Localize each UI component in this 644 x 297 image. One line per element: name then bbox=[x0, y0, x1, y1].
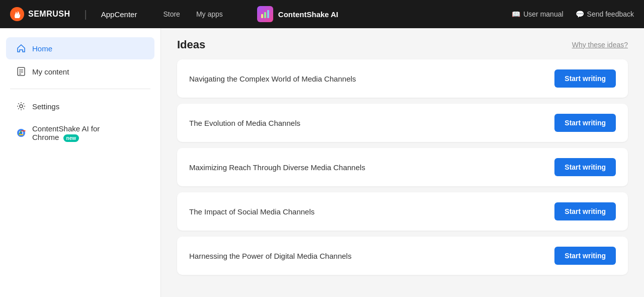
sidebar-divider bbox=[10, 89, 150, 89]
my-content-label: My content bbox=[32, 67, 69, 76]
sidebar-item-home[interactable]: Home bbox=[6, 37, 154, 59]
brand-divider: | bbox=[85, 9, 87, 20]
semrush-logo: SEMRUSH bbox=[10, 7, 70, 21]
ideas-header: Ideas Why these ideas? bbox=[177, 38, 628, 51]
idea-text-1: The Evolution of Media Channels bbox=[189, 119, 300, 127]
new-badge: new bbox=[63, 134, 79, 142]
chrome-icon bbox=[16, 128, 26, 138]
idea-card-2: Maximizing Reach Through Diverse Media C… bbox=[177, 148, 628, 186]
sidebar-item-my-content[interactable]: My content bbox=[6, 60, 154, 83]
ideas-title: Ideas bbox=[177, 38, 205, 51]
topbar-app: ContentShake AI bbox=[249, 3, 346, 25]
content-icon bbox=[16, 66, 26, 77]
topbar-right: 📖 User manual 💬 Send feedback bbox=[512, 10, 634, 18]
why-these-ideas-link[interactable]: Why these ideas? bbox=[572, 41, 628, 49]
user-manual-link[interactable]: 📖 User manual bbox=[512, 10, 563, 18]
idea-card-4: Harnessing the Power of Digital Media Ch… bbox=[177, 237, 628, 275]
start-writing-button-0[interactable]: Start writing bbox=[554, 69, 616, 88]
nav-my-apps[interactable]: My apps bbox=[190, 7, 229, 21]
topbar-nav: Store My apps bbox=[157, 7, 228, 21]
sidebar: Home My content Settings bbox=[0, 28, 161, 297]
start-writing-button-1[interactable]: Start writing bbox=[554, 114, 616, 132]
nav-store[interactable]: Store bbox=[157, 7, 186, 21]
idea-text-2: Maximizing Reach Through Diverse Media C… bbox=[189, 163, 365, 172]
settings-icon bbox=[16, 101, 26, 111]
idea-text-3: The Impact of Social Media Channels bbox=[189, 207, 314, 216]
idea-text-0: Navigating the Complex World of Media Ch… bbox=[189, 75, 356, 83]
idea-card-3: The Impact of Social Media Channels Star… bbox=[177, 192, 628, 231]
start-writing-button-4[interactable]: Start writing bbox=[554, 247, 616, 265]
idea-card-0: Navigating the Complex World of Media Ch… bbox=[177, 59, 628, 98]
svg-rect-1 bbox=[261, 14, 263, 18]
home-label: Home bbox=[32, 44, 52, 53]
feedback-icon: 💬 bbox=[576, 10, 584, 18]
sidebar-item-settings[interactable]: Settings bbox=[6, 95, 154, 117]
app-name-text: ContentShake AI bbox=[278, 10, 338, 19]
semrush-brand-text: SEMRUSH bbox=[28, 10, 70, 19]
semrush-flame-icon bbox=[10, 7, 24, 21]
home-icon bbox=[16, 43, 26, 53]
send-feedback-link[interactable]: 💬 Send feedback bbox=[576, 10, 634, 18]
start-writing-button-2[interactable]: Start writing bbox=[554, 158, 616, 176]
sidebar-item-chrome-extension[interactable]: ContentShake AI forChrome new bbox=[6, 118, 154, 147]
appcenter-text: AppCenter bbox=[101, 10, 137, 19]
main-layout: Home My content Settings bbox=[0, 28, 644, 297]
app-icon bbox=[257, 6, 273, 22]
book-icon: 📖 bbox=[512, 10, 520, 18]
svg-rect-3 bbox=[267, 10, 269, 18]
idea-text-4: Harnessing the Power of Digital Media Ch… bbox=[189, 252, 352, 260]
start-writing-button-3[interactable]: Start writing bbox=[554, 202, 616, 220]
idea-card-1: The Evolution of Media Channels Start wr… bbox=[177, 104, 628, 142]
chrome-extension-content: ContentShake AI forChrome new bbox=[32, 124, 100, 141]
send-feedback-label: Send feedback bbox=[587, 10, 634, 18]
topbar: SEMRUSH | AppCenter Store My apps Conten… bbox=[0, 0, 644, 28]
settings-label: Settings bbox=[32, 102, 59, 111]
svg-rect-2 bbox=[264, 12, 266, 18]
svg-point-8 bbox=[20, 105, 23, 108]
user-manual-label: User manual bbox=[523, 10, 563, 18]
content-area: Ideas Why these ideas? Navigating the Co… bbox=[161, 28, 644, 297]
